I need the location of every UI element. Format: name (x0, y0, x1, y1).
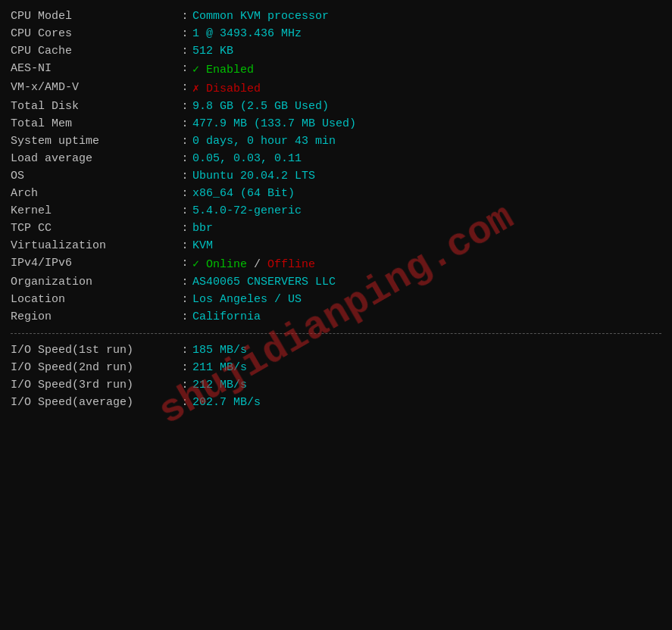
row-colon: : (177, 42, 192, 60)
table-row: Total Disk:9.8 GB (2.5 GB Used) (11, 98, 661, 115)
row-label: CPU Cache (11, 42, 177, 60)
row-value: ✗ Disabled (192, 79, 661, 98)
row-colon: : (177, 8, 192, 25)
row-label: Kernel (11, 202, 177, 220)
row-value: 477.9 MB (133.7 MB Used) (192, 115, 661, 133)
system-info-table: CPU Model:Common KVM processorCPU Cores:… (11, 8, 661, 326)
row-colon: : (177, 25, 192, 42)
table-row: AES-NI:✓ Enabled (11, 60, 661, 79)
row-colon: : (177, 342, 192, 359)
row-label: IPv4/IPv6 (11, 254, 177, 273)
row-colon: : (177, 150, 192, 167)
row-label: VM-x/AMD-V (11, 79, 177, 98)
row-value: AS40065 CNSERVERS LLC (192, 273, 661, 291)
row-label: I/O Speed(3rd run) (11, 376, 177, 394)
row-colon: : (177, 98, 192, 115)
row-colon: : (177, 359, 192, 376)
row-colon: : (177, 308, 192, 326)
row-value: 0.05, 0.03, 0.11 (192, 150, 661, 167)
row-label: Virtualization (11, 237, 177, 254)
row-colon: : (177, 291, 192, 308)
row-colon: : (177, 394, 192, 411)
row-colon: : (177, 376, 192, 394)
table-row: IPv4/IPv6:✓ Online / Offline (11, 254, 661, 273)
row-value: bbr (192, 220, 661, 237)
row-value: 1 @ 3493.436 MHz (192, 25, 661, 42)
row-colon: : (177, 202, 192, 220)
row-colon: : (177, 237, 192, 254)
table-row: Arch:x86_64 (64 Bit) (11, 185, 661, 202)
row-value: 202.7 MB/s (192, 394, 661, 411)
row-value: Common KVM processor (192, 8, 661, 25)
row-label: Location (11, 291, 177, 308)
row-value: 9.8 GB (2.5 GB Used) (192, 98, 661, 115)
row-colon: : (177, 60, 192, 79)
row-value: 211 MB/s (192, 359, 661, 376)
row-label: I/O Speed(1st run) (11, 342, 177, 359)
section-divider (11, 333, 661, 334)
table-row: OS:Ubuntu 20.04.2 LTS (11, 167, 661, 185)
row-colon: : (177, 273, 192, 291)
table-row: TCP CC:bbr (11, 220, 661, 237)
row-label: OS (11, 167, 177, 185)
table-row: CPU Model:Common KVM processor (11, 8, 661, 25)
row-label: Total Mem (11, 115, 177, 133)
table-row: I/O Speed(3rd run):212 MB/s (11, 376, 661, 394)
row-value: KVM (192, 237, 661, 254)
row-label: System uptime (11, 133, 177, 150)
row-colon: : (177, 254, 192, 273)
row-label: AES-NI (11, 60, 177, 79)
row-value: Los Angeles / US (192, 291, 661, 308)
table-row: Load average:0.05, 0.03, 0.11 (11, 150, 661, 167)
row-label: CPU Model (11, 8, 177, 25)
row-label: Load average (11, 150, 177, 167)
table-row: System uptime:0 days, 0 hour 43 min (11, 133, 661, 150)
row-value: 0 days, 0 hour 43 min (192, 133, 661, 150)
row-label: Arch (11, 185, 177, 202)
row-colon: : (177, 167, 192, 185)
row-value: 212 MB/s (192, 376, 661, 394)
io-speed-table: I/O Speed(1st run):185 MB/sI/O Speed(2nd… (11, 342, 661, 411)
table-row: Total Mem:477.9 MB (133.7 MB Used) (11, 115, 661, 133)
row-colon: : (177, 220, 192, 237)
table-row: Region:California (11, 308, 661, 326)
row-value: ✓ Online / Offline (192, 254, 661, 273)
row-colon: : (177, 185, 192, 202)
row-colon: : (177, 79, 192, 98)
table-row: Kernel:5.4.0-72-generic (11, 202, 661, 220)
row-value: California (192, 308, 661, 326)
row-label: Region (11, 308, 177, 326)
table-row: I/O Speed(1st run):185 MB/s (11, 342, 661, 359)
table-row: CPU Cores:1 @ 3493.436 MHz (11, 25, 661, 42)
row-value: x86_64 (64 Bit) (192, 185, 661, 202)
table-row: VM-x/AMD-V:✗ Disabled (11, 79, 661, 98)
row-label: I/O Speed(average) (11, 394, 177, 411)
row-value: 5.4.0-72-generic (192, 202, 661, 220)
table-row: CPU Cache:512 KB (11, 42, 661, 60)
table-row: Location:Los Angeles / US (11, 291, 661, 308)
row-label: Total Disk (11, 98, 177, 115)
row-colon: : (177, 133, 192, 150)
row-value: ✓ Enabled (192, 60, 661, 79)
row-value: Ubuntu 20.04.2 LTS (192, 167, 661, 185)
row-value: 185 MB/s (192, 342, 661, 359)
row-label: Organization (11, 273, 177, 291)
row-value: 512 KB (192, 42, 661, 60)
table-row: I/O Speed(2nd run):211 MB/s (11, 359, 661, 376)
row-label: CPU Cores (11, 25, 177, 42)
row-colon: : (177, 115, 192, 133)
table-row: Virtualization:KVM (11, 237, 661, 254)
row-label: I/O Speed(2nd run) (11, 359, 177, 376)
row-label: TCP CC (11, 220, 177, 237)
table-row: I/O Speed(average):202.7 MB/s (11, 394, 661, 411)
table-row: Organization:AS40065 CNSERVERS LLC (11, 273, 661, 291)
